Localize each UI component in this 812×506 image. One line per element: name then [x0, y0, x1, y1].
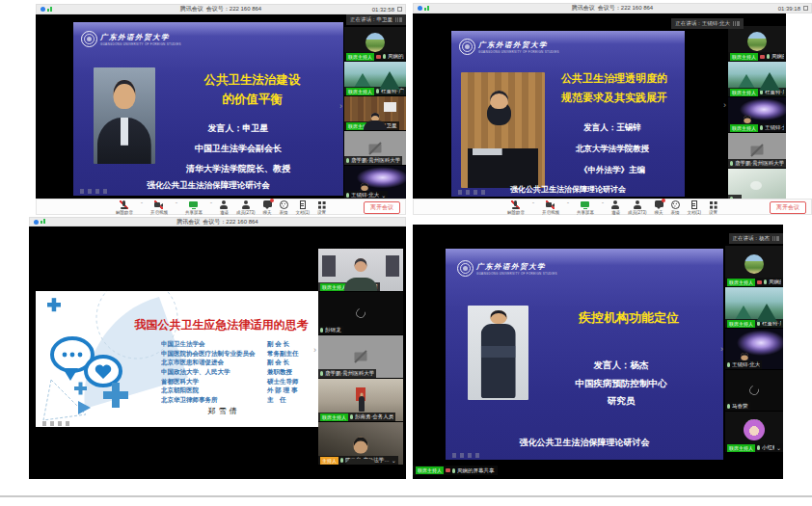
participant-video[interactable]: 联席主持人周娴的屏幕共… [344, 27, 406, 61]
collapse-chevron-icon[interactable]: ⌄ [776, 445, 781, 451]
toolbar-docs-button[interactable]: 文档(1) [296, 200, 311, 215]
mic-icon [760, 125, 763, 130]
titlebar: 腾讯会议会议号：222 160 864 [29, 217, 406, 226]
collapse-chevron-icon[interactable]: ⌄ [392, 458, 396, 464]
toolbar-emoji-button[interactable]: 表情 [671, 200, 680, 215]
participant-video[interactable]: 联席主持人周娴的屏幕共… [725, 246, 783, 286]
mic-icon [376, 89, 379, 93]
role: 常务副主任 [267, 350, 299, 359]
organization: 中国医院协会医疗法制专业委员会 [161, 350, 267, 359]
cohost-badge: 联席主持人 [730, 89, 758, 96]
university-logo: 广东外语外贸大学 GUANGDONG UNIVERSITY OF FOREIGN… [81, 31, 181, 47]
meeting-info-icon[interactable] [41, 7, 45, 12]
network-signal-icon [41, 219, 47, 225]
fullscreen-icon[interactable] [397, 7, 402, 12]
toolbar-chat-button[interactable]: 聊天 [655, 200, 663, 215]
desktop: 腾讯会议会议号：222 160 864 01:32:58 广东外语外贸大学 GU… [0, 0, 812, 506]
camera-icon [760, 55, 765, 59]
caret-icon[interactable]: ˆ [567, 200, 569, 209]
participants-sidebar: 联席主持人周娴的屏幕共…联席主持人杜蔓特·广州医大联席主持人申卫星唐学鹏·贵州医… [344, 14, 406, 199]
video-area: 广东外语外贸大学 GUANGDONG UNIVERSITY OF FOREIGN… [36, 14, 406, 199]
caret-icon[interactable]: ˆ [176, 200, 177, 209]
meeting-info-icon[interactable] [34, 220, 39, 225]
toolbar-label: 开启视频 [542, 210, 559, 215]
participant-video[interactable]: 王锡锌·北大 [725, 329, 783, 369]
mic-icon [760, 90, 763, 94]
caret-icon[interactable]: ˆ [602, 200, 604, 209]
toolbar-invite-button[interactable]: 邀请 [611, 200, 620, 215]
participant-video[interactable]: 联席主持人王锡锌·北大 [728, 97, 786, 132]
fullscreen-icon[interactable] [803, 6, 808, 11]
toolbar-mic-off-button[interactable]: 解除静音 [116, 200, 133, 215]
leave-meeting-button[interactable]: 离开会议 [770, 201, 806, 214]
toolbar-emoji-button[interactable]: 表情 [280, 200, 288, 215]
cohost-badge: 联席主持人 [416, 466, 444, 474]
participant-video[interactable]: 联席主持人周娴的屏幕共… [728, 26, 786, 61]
participant-video[interactable]: 联席主持人彭南勇·会务人员 [318, 379, 403, 421]
participant-video[interactable]: 联席主持人杜蔓特·广州医大 [344, 62, 406, 95]
toolbar-mic-off-button[interactable]: 解除静音 [507, 200, 525, 215]
caret-icon[interactable]: ˆ [532, 200, 534, 209]
collapse-chevron-icon[interactable]: ⌄ [381, 193, 386, 199]
participant-video[interactable]: 马春荣 [725, 370, 783, 411]
participant-video[interactable]: ⌄ [728, 169, 786, 199]
participant-video[interactable]: 联席主持人杜蔓特·广州医大 [725, 287, 783, 328]
toolbar-label: 设置 [317, 210, 326, 215]
participant-video[interactable]: 联席主持人杜蔓特·广州医大 [728, 62, 786, 96]
toolbar-members-button[interactable]: 成员(273) [628, 200, 647, 215]
annotation-toolbar-icon[interactable] [458, 190, 485, 195]
sidebar-collapse-icon[interactable]: › [313, 345, 316, 355]
participant-video[interactable]: 唐学鹏·贵州医科大学 [344, 131, 406, 165]
toolbar-apps-button[interactable]: 设置 [317, 200, 326, 215]
sidebar-collapse-icon[interactable]: › [339, 101, 342, 111]
university-logo: 广东外语外贸大学 GUANGDONG UNIVERSITY OF FOREIGN… [459, 39, 559, 55]
toolbar-docs-button[interactable]: 文档(1) [688, 200, 702, 215]
mic-icon [357, 284, 360, 289]
toolbar-camera-off-button[interactable]: 开启视频 [542, 200, 559, 215]
toolbar-chat-button[interactable]: 聊天 [263, 200, 272, 215]
mic-icon [320, 328, 323, 333]
titlebar: 腾讯会议会议号：222 160 864 01:32:58 [36, 4, 406, 14]
participant-video[interactable]: 联席主持人郑雪倩 [318, 249, 403, 291]
participant-name: 杜蔓特·广州医大 [381, 88, 404, 94]
leave-meeting-button[interactable]: 离开会议 [364, 201, 400, 214]
organization: 首都医科大学 [161, 378, 267, 386]
participant-video[interactable]: 主持人陈云良·广外法学…⌄ [318, 422, 403, 465]
mic-icon [350, 414, 353, 419]
university-name: 广东外语外贸大学 [478, 40, 559, 50]
participant-video[interactable]: 唐学鹏·贵州医科大学 [318, 335, 403, 378]
toolbar-members-button[interactable]: 成员(273) [236, 200, 256, 215]
caret-icon[interactable]: ˆ [210, 200, 212, 209]
chat-icon [655, 200, 663, 209]
sidebar-collapse-icon[interactable]: › [720, 344, 723, 354]
meeting-toolbar: 解除静音ˆ开启视频ˆ共享屏幕ˆ邀请成员(273)聊天表情文档(1)设置 离开会议 [36, 199, 406, 215]
toolbar-camera-off-button[interactable]: 开启视频 [150, 200, 168, 215]
speaking-banner: 正在讲话：申卫星 [346, 14, 406, 25]
toolbar-screen-share-button[interactable]: 共享屏幕 [577, 200, 594, 215]
annotation-toolbar-icon[interactable] [42, 421, 69, 426]
participant-video[interactable]: 王锡锌·北大⌄ [344, 166, 406, 199]
participant-label: 王锡锌·北大 [725, 360, 762, 369]
participant-video[interactable]: 唐学鹏·贵州医科大学 [728, 133, 786, 168]
annotation-toolbar-icon[interactable] [80, 189, 107, 194]
affiliation-row: 北京朝阳医院外 部 理 事 [161, 386, 312, 396]
participant-video[interactable]: 彭锦龙 [318, 292, 403, 334]
toolbar-screen-share-button[interactable]: 共享屏幕 [185, 200, 203, 215]
toolbar-label: 表情 [280, 210, 288, 215]
participant-label: 联席主持人申卫星 [344, 121, 399, 130]
toolbar-label: 解除静音 [116, 210, 133, 215]
sidebar-collapse-icon[interactable]: › [723, 100, 726, 110]
caret-icon[interactable]: ˆ [141, 200, 143, 209]
slide-footer: 强化公共卫生法治保障理论研讨会 [451, 184, 685, 195]
participant-label: 联席主持人小红帽⌄ [725, 443, 783, 452]
mic-icon [767, 54, 770, 59]
organization: 中国卫生法学会 [161, 340, 267, 349]
participant-video[interactable]: 联席主持人申卫星 [344, 96, 406, 130]
annotation-toolbar-icon[interactable] [452, 453, 479, 458]
toolbar-apps-button[interactable]: 设置 [709, 200, 717, 215]
meeting-info-icon[interactable] [418, 6, 422, 11]
toolbar-invite-button[interactable]: 邀请 [220, 200, 229, 215]
participant-name: 杜蔓特·广州医大 [765, 89, 784, 95]
participant-video[interactable]: 联席主持人小红帽⌄ [725, 412, 783, 452]
participant-name: 唐学鹏·贵州医科大学 [735, 160, 784, 167]
